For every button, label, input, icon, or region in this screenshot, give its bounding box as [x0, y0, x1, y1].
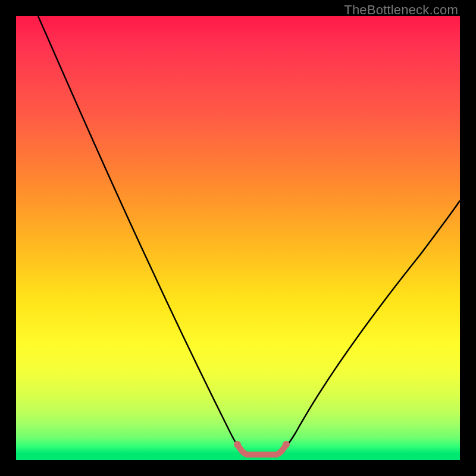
watermark-text: TheBottleneck.com — [344, 2, 458, 18]
optimal-dot-left — [234, 441, 241, 448]
bottleneck-curve — [38, 16, 460, 454]
chart-frame: TheBottleneck.com — [0, 0, 476, 476]
optimal-band — [237, 444, 286, 455]
plot-area — [16, 16, 460, 460]
optimal-dot-right — [283, 441, 290, 448]
chart-svg — [16, 16, 460, 460]
